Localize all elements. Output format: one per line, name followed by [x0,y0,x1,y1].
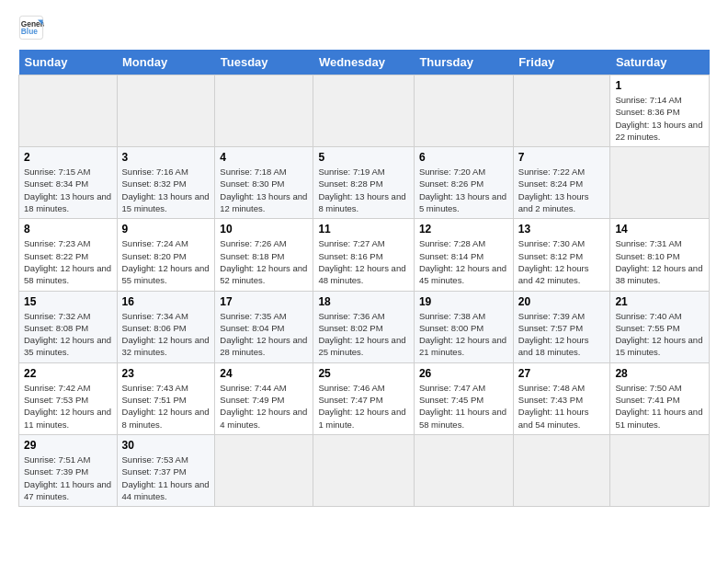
calendar-cell: 18Sunrise: 7:36 AMSunset: 8:02 PMDayligh… [313,291,415,362]
day-number: 15 [24,295,112,308]
empty-cell [610,147,710,219]
empty-cell [215,434,313,506]
calendar-cell: 30Sunrise: 7:53 AMSunset: 7:37 PMDayligh… [117,434,215,506]
day-info: Sunrise: 7:42 AMSunset: 7:53 PMDaylight:… [24,382,112,431]
day-info: Sunrise: 7:15 AMSunset: 8:34 PMDaylight:… [24,166,112,214]
calendar-row-4: 15Sunrise: 7:32 AMSunset: 8:08 PMDayligh… [19,291,710,362]
day-info: Sunrise: 7:46 AMSunset: 7:47 PMDaylight:… [318,382,409,431]
header-row: SundayMondayTuesdayWednesdayThursdayFrid… [19,50,710,75]
calendar-cell: 23Sunrise: 7:43 AMSunset: 7:51 PMDayligh… [117,362,215,434]
calendar-cell: 26Sunrise: 7:47 AMSunset: 7:45 PMDayligh… [414,362,513,434]
day-number: 1 [615,79,704,92]
day-info: Sunrise: 7:38 AMSunset: 8:00 PMDaylight:… [419,310,508,359]
day-info: Sunrise: 7:39 AMSunset: 7:57 PMDaylight:… [518,310,606,359]
day-number: 6 [419,151,508,164]
page: General Blue SundayMondayTuesdayWednesda… [0,0,728,563]
day-number: 13 [518,223,606,236]
day-info: Sunrise: 7:26 AMSunset: 8:18 PMDaylight:… [220,237,308,286]
empty-cell [215,75,313,147]
calendar-cell: 8Sunrise: 7:23 AMSunset: 8:22 PMDaylight… [19,219,118,291]
calendar-cell: 16Sunrise: 7:34 AMSunset: 8:06 PMDayligh… [117,291,215,362]
day-number: 16 [122,295,210,308]
day-number: 28 [615,367,704,380]
day-info: Sunrise: 7:24 AMSunset: 8:20 PMDaylight:… [122,237,210,286]
day-info: Sunrise: 7:53 AMSunset: 7:37 PMDaylight:… [122,454,210,502]
day-info: Sunrise: 7:32 AMSunset: 8:08 PMDaylight:… [24,310,112,359]
day-number: 11 [318,223,409,236]
day-info: Sunrise: 7:20 AMSunset: 8:26 PMDaylight:… [419,166,508,214]
day-info: Sunrise: 7:14 AMSunset: 8:36 PMDaylight:… [615,94,704,143]
calendar-cell: 5Sunrise: 7:19 AMSunset: 8:28 PMDaylight… [313,147,415,219]
day-number: 26 [419,367,508,380]
day-number: 20 [518,295,606,308]
logo-icon: General Blue [18,15,44,40]
col-header-sunday: Sunday [19,50,118,75]
day-number: 17 [220,295,308,308]
day-number: 30 [122,439,210,452]
day-number: 21 [615,295,704,308]
col-header-wednesday: Wednesday [313,50,415,75]
day-number: 3 [122,151,210,164]
calendar-cell: 17Sunrise: 7:35 AMSunset: 8:04 PMDayligh… [215,291,313,362]
calendar-cell: 21Sunrise: 7:40 AMSunset: 7:55 PMDayligh… [610,291,710,362]
col-header-monday: Monday [117,50,215,75]
empty-cell [313,434,415,506]
day-number: 4 [220,151,308,164]
empty-cell [117,75,215,147]
calendar-cell: 6Sunrise: 7:20 AMSunset: 8:26 PMDaylight… [414,147,513,219]
calendar-cell: 10Sunrise: 7:26 AMSunset: 8:18 PMDayligh… [215,219,313,291]
calendar-cell: 28Sunrise: 7:50 AMSunset: 7:41 PMDayligh… [610,362,710,434]
day-number: 18 [318,295,409,308]
empty-cell [19,75,118,147]
calendar-cell: 11Sunrise: 7:27 AMSunset: 8:16 PMDayligh… [313,219,415,291]
calendar-row-2: 2Sunrise: 7:15 AMSunset: 8:34 PMDaylight… [19,147,710,219]
calendar-table: SundayMondayTuesdayWednesdayThursdayFrid… [18,50,710,507]
day-number: 24 [220,367,308,380]
day-number: 5 [318,151,409,164]
day-number: 19 [419,295,508,308]
empty-cell [313,75,415,147]
col-header-thursday: Thursday [414,50,513,75]
day-number: 10 [220,223,308,236]
calendar-cell: 19Sunrise: 7:38 AMSunset: 8:00 PMDayligh… [414,291,513,362]
day-info: Sunrise: 7:36 AMSunset: 8:02 PMDaylight:… [318,310,409,359]
day-info: Sunrise: 7:48 AMSunset: 7:43 PMDaylight:… [518,382,606,431]
col-header-friday: Friday [513,50,610,75]
day-number: 7 [518,151,606,164]
day-number: 23 [122,367,210,380]
calendar-cell: 3Sunrise: 7:16 AMSunset: 8:32 PMDaylight… [117,147,215,219]
day-info: Sunrise: 7:50 AMSunset: 7:41 PMDaylight:… [615,382,704,431]
calendar-cell: 29Sunrise: 7:51 AMSunset: 7:39 PMDayligh… [19,434,118,506]
calendar-row-3: 8Sunrise: 7:23 AMSunset: 8:22 PMDaylight… [19,219,710,291]
day-info: Sunrise: 7:18 AMSunset: 8:30 PMDaylight:… [220,166,308,214]
calendar-cell: 1Sunrise: 7:14 AMSunset: 8:36 PMDaylight… [610,75,710,147]
day-number: 14 [615,223,704,236]
calendar-cell: 22Sunrise: 7:42 AMSunset: 7:53 PMDayligh… [19,362,118,434]
calendar-row-1: 1Sunrise: 7:14 AMSunset: 8:36 PMDaylight… [19,75,710,147]
day-info: Sunrise: 7:23 AMSunset: 8:22 PMDaylight:… [24,237,112,286]
day-number: 12 [419,223,508,236]
calendar-cell: 9Sunrise: 7:24 AMSunset: 8:20 PMDaylight… [117,219,215,291]
day-info: Sunrise: 7:44 AMSunset: 7:49 PMDaylight:… [220,382,308,431]
day-info: Sunrise: 7:28 AMSunset: 8:14 PMDaylight:… [419,237,508,286]
calendar-cell: 2Sunrise: 7:15 AMSunset: 8:34 PMDaylight… [19,147,118,219]
day-info: Sunrise: 7:51 AMSunset: 7:39 PMDaylight:… [24,454,112,502]
calendar-cell: 25Sunrise: 7:46 AMSunset: 7:47 PMDayligh… [313,362,415,434]
empty-cell [414,75,513,147]
calendar-cell: 20Sunrise: 7:39 AMSunset: 7:57 PMDayligh… [513,291,610,362]
day-info: Sunrise: 7:30 AMSunset: 8:12 PMDaylight:… [518,237,606,286]
day-number: 25 [318,367,409,380]
day-info: Sunrise: 7:35 AMSunset: 8:04 PMDaylight:… [220,310,308,359]
calendar-cell: 12Sunrise: 7:28 AMSunset: 8:14 PMDayligh… [414,219,513,291]
calendar-cell: 7Sunrise: 7:22 AMSunset: 8:24 PMDaylight… [513,147,610,219]
day-info: Sunrise: 7:16 AMSunset: 8:32 PMDaylight:… [122,166,210,214]
day-number: 29 [24,439,112,452]
empty-cell [414,434,513,506]
empty-cell [610,434,710,506]
calendar-cell: 15Sunrise: 7:32 AMSunset: 8:08 PMDayligh… [19,291,118,362]
day-number: 27 [518,367,606,380]
day-info: Sunrise: 7:19 AMSunset: 8:28 PMDaylight:… [318,166,409,214]
day-number: 8 [24,223,112,236]
col-header-tuesday: Tuesday [215,50,313,75]
day-info: Sunrise: 7:40 AMSunset: 7:55 PMDaylight:… [615,310,704,359]
